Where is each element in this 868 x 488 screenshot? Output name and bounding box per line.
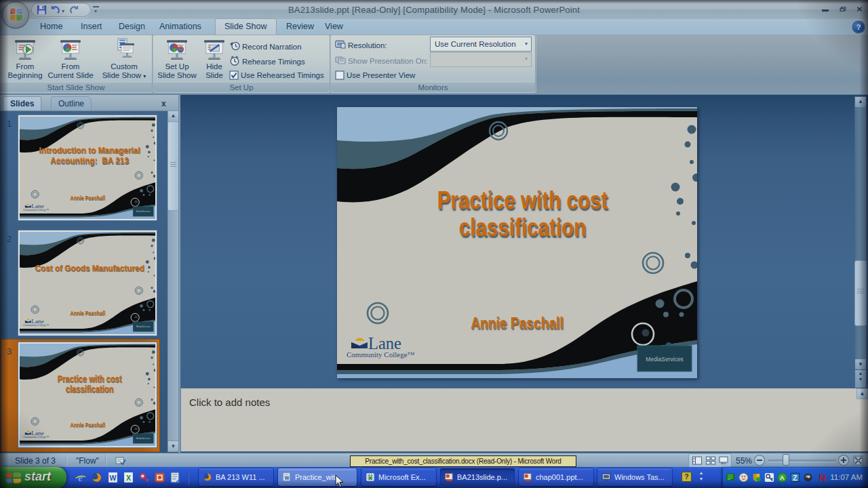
svg-text:Community College™: Community College™ bbox=[23, 435, 49, 439]
svg-text:MediaServices: MediaServices bbox=[136, 210, 151, 213]
svg-text:X: X bbox=[368, 475, 372, 481]
svg-text:Community College™: Community College™ bbox=[347, 350, 415, 359]
svg-text:Z: Z bbox=[793, 474, 797, 482]
svg-text:N: N bbox=[818, 472, 825, 483]
svg-text:A: A bbox=[780, 474, 785, 481]
svg-text:W: W bbox=[285, 476, 290, 481]
svg-text:W: W bbox=[109, 474, 116, 482]
svg-text:MediaServices: MediaServices bbox=[136, 325, 151, 328]
svg-text:X: X bbox=[126, 474, 131, 482]
svg-text:e: e bbox=[78, 472, 83, 483]
svg-text:MediaServices: MediaServices bbox=[646, 356, 684, 363]
svg-text:Community College™: Community College™ bbox=[23, 323, 49, 327]
svg-text:Community College™: Community College™ bbox=[23, 208, 49, 211]
svg-text:MediaServices: MediaServices bbox=[136, 437, 151, 440]
